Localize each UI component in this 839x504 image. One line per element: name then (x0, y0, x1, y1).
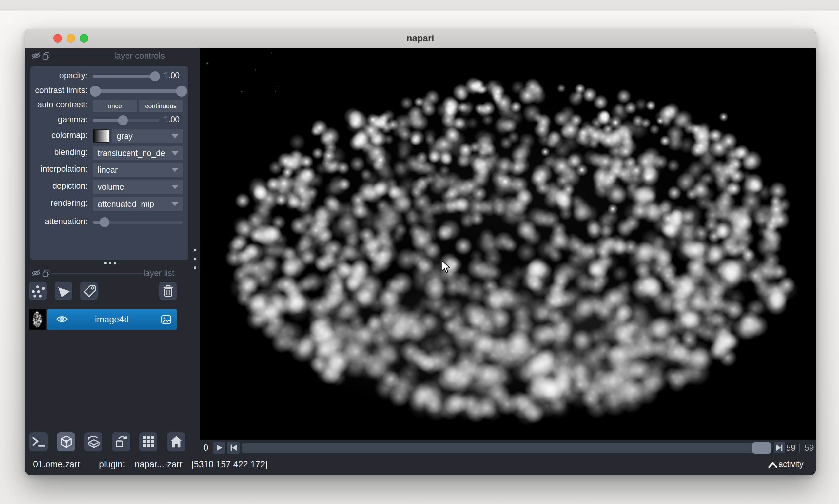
window-title: napari (24, 29, 816, 48)
points-icon (31, 284, 45, 298)
chevron-down-icon (172, 185, 179, 189)
auto-contrast-once-button[interactable]: once (93, 100, 137, 112)
home-icon (169, 435, 183, 449)
depiction-label: depiction: (24, 181, 88, 191)
layer-list-title: layer list (112, 268, 174, 278)
blending-value: translucent_no_de (98, 148, 165, 158)
new-labels-layer-button[interactable] (80, 282, 98, 300)
roll-dimensions-button[interactable] (84, 432, 102, 451)
rendering-label: rendering: (24, 198, 88, 208)
interpolation-label: interpolation: (24, 164, 88, 174)
chevron-down-icon (172, 134, 179, 138)
status-coordinates: [5310 157 422 172] (191, 460, 268, 470)
interpolation-dropdown[interactable]: linear (93, 163, 183, 177)
labels-tag-icon (82, 284, 96, 298)
opacity-handle[interactable] (150, 71, 160, 81)
layer-thumbnail (29, 309, 46, 330)
layer-name: image4d (47, 309, 177, 330)
colormap-gradient-swatch (93, 129, 109, 143)
rendering-dropdown[interactable]: attenuated_mip (93, 197, 183, 211)
layer-row-image4d[interactable]: image4d (29, 309, 177, 330)
transpose-icon (114, 435, 128, 449)
opacity-value: 1.00 (162, 71, 180, 80)
skip-start-icon (229, 443, 238, 452)
skip-to-end-button[interactable] (774, 442, 785, 453)
contrast-high-handle[interactable] (176, 86, 187, 97)
titlebar: napari (24, 29, 816, 48)
colormap-label: colormap: (24, 130, 88, 140)
dim-frame-divider (799, 444, 800, 452)
roll-dimensions-icon (86, 435, 101, 449)
play-icon (215, 443, 223, 452)
gamma-handle[interactable] (118, 115, 128, 125)
blending-dropdown[interactable]: translucent_no_de (93, 146, 183, 160)
app-content: layer controls opacity: 1.00 contrast li… (24, 48, 816, 475)
contrast-limits-label: contrast limits: (24, 86, 88, 95)
hide-panel-icon[interactable] (31, 52, 41, 60)
float-panel-icon[interactable] (42, 269, 50, 277)
auto-contrast-continuous-button[interactable]: continuous (139, 100, 183, 112)
new-points-layer-button[interactable] (29, 282, 47, 300)
dim-current-frame[interactable]: 59 (784, 443, 798, 453)
skip-end-icon (775, 443, 784, 452)
chevron-down-icon (172, 151, 179, 155)
colormap-dropdown[interactable]: gray (112, 129, 183, 143)
chevron-down-icon (172, 202, 179, 206)
contrast-limits-slider[interactable] (93, 86, 183, 96)
chevron-down-icon (172, 168, 179, 172)
gamma-value: 1.00 (162, 115, 180, 124)
status-plugin-label: plugin: (99, 460, 125, 470)
opacity-label: opacity: (24, 71, 88, 80)
attenuation-slider[interactable] (93, 217, 183, 228)
home-button[interactable] (167, 432, 185, 451)
blending-label: blending: (24, 147, 88, 157)
status-layer-name: 01.ome.zarr (33, 460, 80, 470)
image-layer-type-icon (161, 314, 172, 324)
depiction-value: volume (98, 182, 124, 191)
attenuation-handle[interactable] (100, 217, 109, 227)
status-plugin-value: napar...-zarr (135, 460, 182, 470)
delete-layer-button[interactable] (159, 282, 177, 300)
play-button[interactable] (213, 442, 225, 453)
contrast-low-handle[interactable] (90, 86, 101, 97)
grid-icon (142, 435, 155, 448)
colormap-value: gray (117, 131, 133, 141)
interpolation-value: linear (98, 165, 118, 174)
grid-view-button[interactable] (139, 432, 157, 451)
viewer-canvas[interactable] (200, 48, 816, 440)
opacity-slider[interactable] (93, 71, 160, 82)
toggle-ndisplay-button[interactable] (57, 432, 75, 451)
activity-toggle[interactable]: activity (779, 460, 803, 469)
dim-axis-label: 0 (201, 443, 211, 453)
layer-selection-highlight[interactable]: image4d (47, 309, 177, 330)
chevron-up-icon[interactable] (768, 462, 778, 469)
hide-panel-icon[interactable] (31, 269, 41, 277)
napari-window: napari layer controls opacity: 1.00 cont… (24, 29, 816, 475)
mouse-cursor (442, 260, 451, 274)
depiction-dropdown[interactable]: volume (93, 180, 183, 194)
float-panel-icon[interactable] (42, 52, 50, 60)
dim-slider-track[interactable] (242, 443, 771, 453)
auto-contrast-label: auto-contrast: (24, 100, 88, 109)
attenuation-label: attenuation: (24, 217, 88, 226)
dim-total-frames: 59 (802, 443, 816, 453)
shapes-icon (57, 284, 70, 298)
skip-to-start-button[interactable] (227, 442, 239, 453)
console-icon (32, 435, 46, 448)
transpose-dimensions-button[interactable] (112, 432, 130, 451)
console-button[interactable] (30, 432, 48, 451)
new-shapes-layer-button[interactable] (55, 282, 72, 300)
gamma-slider[interactable] (93, 115, 160, 126)
layer-controls-title: layer controls (103, 51, 165, 61)
trash-icon (161, 284, 175, 298)
ndisplay-cube-icon (59, 435, 73, 449)
dim-slider-thumb[interactable] (752, 443, 771, 453)
gamma-label: gamma: (24, 115, 88, 124)
rendering-value: attenuated_mip (98, 199, 154, 209)
